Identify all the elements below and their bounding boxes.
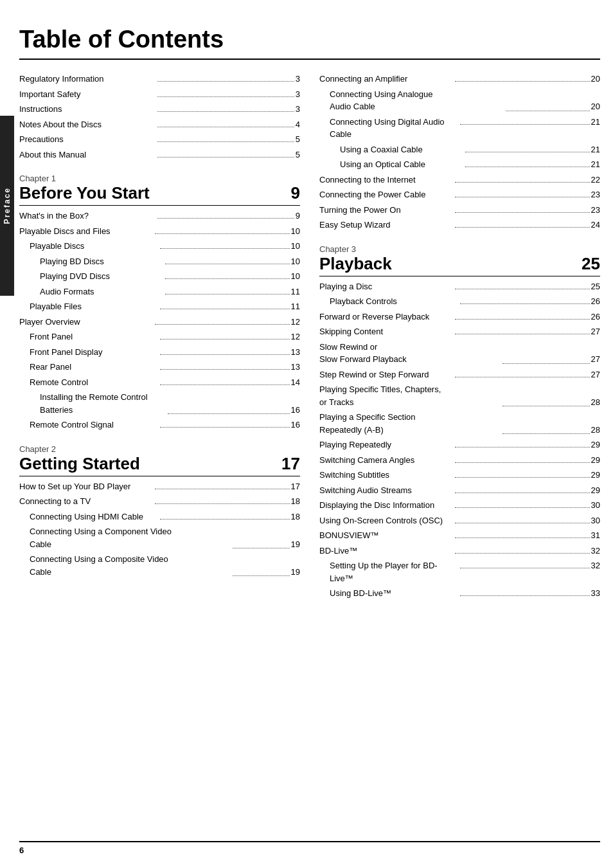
toc-entry: Important Safety 3: [19, 87, 300, 102]
toc-entry: Connecting the Power Cable 23: [319, 187, 600, 203]
toc-columns: Regulatory Information 3 Important Safet…: [19, 66, 600, 604]
toc-entry: Easy Setup Wizard 24: [319, 217, 600, 233]
toc-entry: Player Overview 12: [19, 314, 300, 330]
toc-entry: How to Set up Your BD Player 17: [19, 479, 300, 494]
toc-entry-multiline: Installing the Remote ControlBatteries 1…: [19, 390, 300, 417]
chapter-1-page: 9: [291, 183, 300, 203]
toc-entry: Using a Coaxial Cable 21: [319, 142, 600, 158]
toc-entry: Skipping Content 27: [319, 324, 600, 339]
toc-entry: Setting Up the Player for BD-Live™ 32: [319, 558, 600, 586]
toc-entry: Switching Audio Streams 29: [319, 483, 600, 498]
chapter-2-page: 17: [281, 454, 300, 474]
toc-entry-multiline: Connecting Using a Component VideoCable …: [19, 524, 300, 552]
toc-entry: Playable Discs 10: [19, 239, 300, 254]
toc-entry: Step Rewind or Step Forward 27: [319, 367, 600, 383]
toc-entry: Notes About the Discs 4: [19, 117, 300, 132]
toc-entry: Playing Repeatedly 29: [319, 437, 600, 453]
footer-page-number: 6: [19, 845, 24, 855]
toc-entry: Playing a Disc 25: [319, 279, 600, 294]
toc-entry: Connecting to the Internet 22: [319, 172, 600, 188]
chapter-1-title-row: Before You Start 9: [19, 183, 300, 206]
toc-entry-multiline: Slow Rewind orSlow Forward Playback 27: [319, 339, 600, 367]
right-intro-entries: Connecting an Amplifier 20 Connecting Us…: [319, 71, 600, 233]
toc-entry: Playable Files 11: [19, 299, 300, 314]
col-left: Regulatory Information 3 Important Safet…: [19, 66, 300, 604]
toc-entry: Instructions 3: [19, 102, 300, 117]
toc-entry: What's in the Box? 9: [19, 208, 300, 224]
toc-entry: Using On-Screen Controls (OSC) 30: [319, 513, 600, 529]
chapter-1-label: Chapter 1: [19, 174, 300, 183]
toc-entry: BONUSVIEW™ 31: [319, 528, 600, 543]
toc-entry: Switching Subtitles 29: [319, 467, 600, 483]
toc-entry: BD-Live™ 32: [319, 543, 600, 559]
chapter-2-title-row: Getting Started 17: [19, 454, 300, 476]
chapter-3-title-row: Playback 25: [319, 254, 600, 276]
chapter-2-group: Chapter 2 Getting Started 17 How to Set …: [19, 444, 300, 580]
toc-entry-multiline: Connecting Using AnalogueAudio Cable 20: [319, 87, 600, 114]
main-content: Table of Contents Regulatory Information…: [19, 0, 600, 604]
page-title: Table of Contents: [19, 26, 600, 60]
toc-entry: Displaying the Disc Information 30: [319, 498, 600, 513]
intro-entries: Regulatory Information 3 Important Safet…: [19, 71, 300, 162]
toc-entry: Remote Control Signal 16: [19, 417, 300, 433]
toc-entry: About this Manual 5: [19, 147, 300, 163]
chapter-3-label: Chapter 3: [319, 244, 600, 254]
page-footer: 6: [19, 841, 600, 855]
toc-entry: Connecting Using HDMI Cable 18: [19, 509, 300, 525]
side-tab-label: Preface: [3, 187, 12, 224]
toc-entry: Playback Controls 26: [319, 294, 600, 309]
toc-entry: Precautions 5: [19, 132, 300, 147]
toc-entry: Remote Control 14: [19, 375, 300, 390]
toc-entry: Playable Discs and Files 10: [19, 224, 300, 239]
toc-entry: Connecting an Amplifier 20: [319, 71, 600, 87]
toc-entry: Forward or Reverse Playback 26: [319, 309, 600, 325]
chapter-1-title: Before You Start: [19, 184, 150, 203]
toc-entry: Connecting Using Digital Audio Cable 21: [319, 114, 600, 142]
toc-entry: Using BD-Live™ 33: [319, 586, 600, 601]
col-right: Connecting an Amplifier 20 Connecting Us…: [319, 71, 600, 604]
toc-entry-multiline: Playing Specific Titles, Chapters,or Tra…: [319, 382, 600, 410]
page-container: Preface Table of Contents Regulatory Inf…: [0, 0, 613, 868]
toc-entry: Switching Camera Angles 29: [319, 453, 600, 468]
toc-entry: Audio Formats 11: [19, 284, 300, 300]
chapter-3-group: Chapter 3 Playback 25 Playing a Disc 25 …: [319, 244, 600, 601]
toc-entry: Rear Panel 13: [19, 359, 300, 375]
toc-entry: Using an Optical Cable 21: [319, 157, 600, 172]
side-tab: Preface: [0, 116, 14, 296]
toc-entry-multiline: Playing a Specific SectionRepeatedly (A-…: [319, 410, 600, 437]
toc-entry: Playing DVD Discs 10: [19, 269, 300, 284]
toc-entry-multiline: Connecting Using a Composite VideoCable …: [19, 552, 300, 579]
toc-entry: Front Panel 12: [19, 329, 300, 345]
chapter-2-label: Chapter 2: [19, 444, 300, 454]
toc-entry: Connecting to a TV 18: [19, 494, 300, 509]
toc-entry: Regulatory Information 3: [19, 71, 300, 87]
toc-entry: Playing BD Discs 10: [19, 254, 300, 269]
toc-entry: Front Panel Display 13: [19, 345, 300, 360]
chapter-3-title: Playback: [319, 255, 392, 273]
chapter-1-group: Chapter 1 Before You Start 9 What's in t…: [19, 174, 300, 433]
chapter-3-page: 25: [582, 254, 600, 274]
chapter-2-title: Getting Started: [19, 455, 140, 473]
toc-entry: Turning the Power On 23: [319, 203, 600, 218]
